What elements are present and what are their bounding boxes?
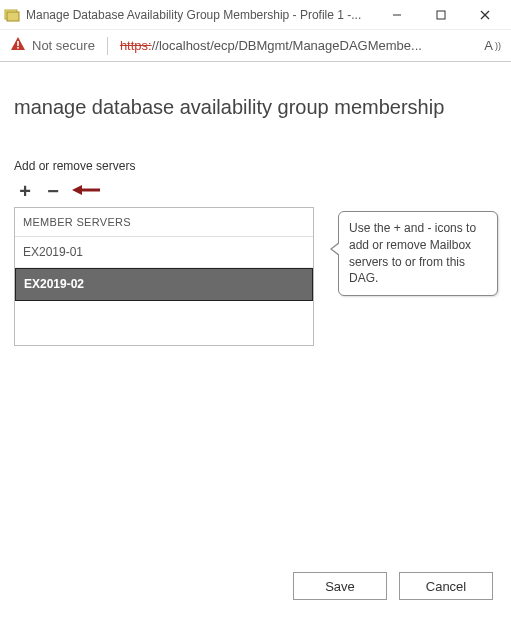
page-content: manage database availability group membe… bbox=[0, 62, 511, 346]
save-button[interactable]: Save bbox=[293, 572, 387, 600]
annotation-arrow-icon bbox=[72, 182, 102, 201]
app-icon bbox=[4, 7, 20, 23]
member-servers-list: EX2019-01 EX2019-02 bbox=[15, 237, 313, 301]
read-aloud-button[interactable]: A)) bbox=[484, 38, 501, 53]
minimize-button[interactable] bbox=[375, 1, 419, 29]
address-bar: Not secure https://localhost/ecp/DBMgmt/… bbox=[0, 30, 511, 62]
window-title: Manage Database Availability Group Membe… bbox=[26, 8, 375, 22]
member-toolbar: + − bbox=[14, 181, 497, 201]
remove-server-button[interactable]: − bbox=[44, 181, 62, 201]
member-servers-header: MEMBER SERVERS bbox=[15, 208, 313, 237]
window-controls bbox=[375, 1, 507, 29]
addressbar-divider bbox=[107, 37, 108, 55]
dialog-footer: Save Cancel bbox=[293, 572, 493, 600]
window-titlebar: Manage Database Availability Group Membe… bbox=[0, 0, 511, 30]
svg-marker-10 bbox=[72, 185, 82, 195]
url-protocol: https: bbox=[120, 38, 152, 53]
svg-rect-3 bbox=[437, 11, 445, 19]
svg-rect-7 bbox=[17, 41, 19, 46]
add-server-button[interactable]: + bbox=[16, 181, 34, 201]
list-item[interactable]: EX2019-01 bbox=[15, 237, 313, 268]
member-servers-panel: MEMBER SERVERS EX2019-01 EX2019-02 bbox=[14, 207, 314, 346]
url-display[interactable]: https://localhost/ecp/DBMgmt/ManageDAGMe… bbox=[120, 38, 422, 53]
svg-rect-8 bbox=[17, 47, 19, 49]
tooltip-callout: Use the + and - icons to add or remove M… bbox=[338, 211, 498, 296]
not-secure-label[interactable]: Not secure bbox=[32, 38, 95, 53]
close-button[interactable] bbox=[463, 1, 507, 29]
member-list-empty-area bbox=[15, 301, 313, 345]
tooltip-text: Use the + and - icons to add or remove M… bbox=[349, 221, 476, 285]
section-label: Add or remove servers bbox=[14, 159, 497, 173]
maximize-button[interactable] bbox=[419, 1, 463, 29]
warning-icon bbox=[10, 36, 26, 55]
list-item[interactable]: EX2019-02 bbox=[15, 268, 313, 300]
url-path: //localhost/ecp/DBMgmt/ManageDAGMembe... bbox=[152, 38, 422, 53]
page-title: manage database availability group membe… bbox=[14, 96, 497, 119]
cancel-button[interactable]: Cancel bbox=[399, 572, 493, 600]
svg-rect-1 bbox=[7, 12, 19, 21]
